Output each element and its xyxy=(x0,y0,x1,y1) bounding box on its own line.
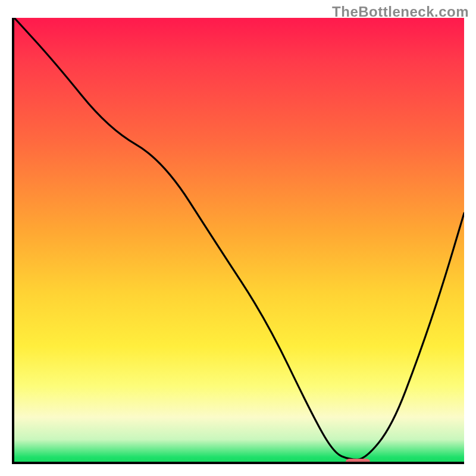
bottleneck-curve xyxy=(14,18,464,462)
plot-area xyxy=(14,18,464,462)
chart-axes xyxy=(12,18,464,464)
optimal-point-marker xyxy=(346,459,371,462)
